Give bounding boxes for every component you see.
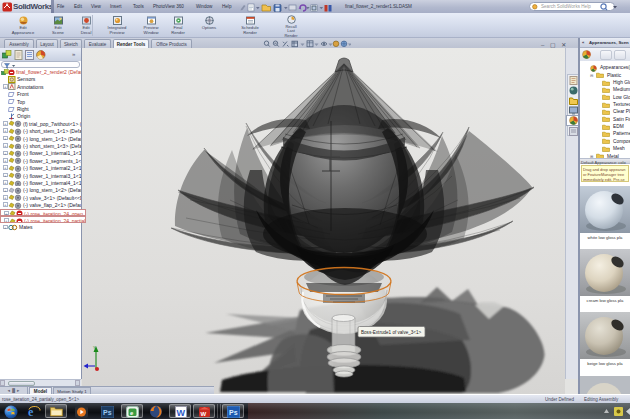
- svg-text:Boss-Extrude1 of valve_3<1>: Boss-Extrude1 of valve_3<1>: [361, 330, 422, 335]
- svg-text:Ps: Ps: [229, 409, 238, 416]
- svg-text:W: W: [177, 407, 186, 417]
- svg-text:Ps: Ps: [103, 409, 112, 416]
- svg-text:W: W: [201, 411, 207, 417]
- svg-text:Y: Y: [93, 345, 96, 350]
